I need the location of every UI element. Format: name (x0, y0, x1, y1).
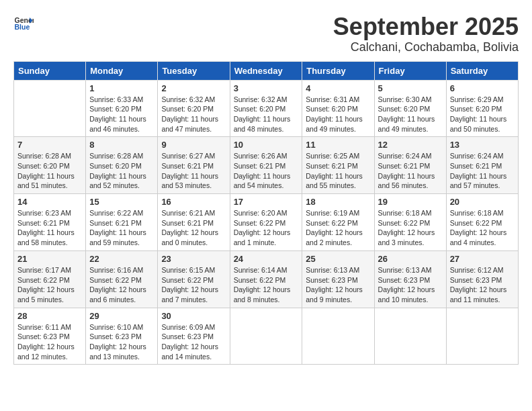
day-info: Sunrise: 6:11 AM Sunset: 6:23 PM Dayligh… (17, 322, 82, 362)
day-number: 20 (450, 197, 515, 207)
calendar-cell: 19Sunrise: 6:18 AM Sunset: 6:22 PM Dayli… (374, 194, 446, 251)
calendar-cell: 29Sunrise: 6:10 AM Sunset: 6:23 PM Dayli… (86, 308, 158, 365)
weekday-header-cell: Friday (374, 61, 446, 80)
day-number: 5 (378, 83, 443, 93)
day-info: Sunrise: 6:12 AM Sunset: 6:23 PM Dayligh… (450, 265, 515, 305)
calendar-week-row: 1Sunrise: 6:33 AM Sunset: 6:20 PM Daylig… (14, 80, 519, 137)
day-info: Sunrise: 6:33 AM Sunset: 6:20 PM Dayligh… (89, 95, 154, 134)
weekday-header-row: SundayMondayTuesdayWednesdayThursdayFrid… (14, 61, 519, 80)
calendar-table: SundayMondayTuesdayWednesdayThursdayFrid… (13, 61, 519, 365)
day-number: 18 (306, 197, 370, 207)
calendar-cell: 11Sunrise: 6:25 AM Sunset: 6:21 PM Dayli… (302, 137, 374, 194)
day-number: 17 (234, 197, 299, 207)
location-subtitle: Calchani, Cochabamba, Bolivia (333, 40, 519, 54)
day-number: 23 (161, 254, 226, 264)
calendar-cell: 2Sunrise: 6:32 AM Sunset: 6:20 PM Daylig… (158, 80, 230, 137)
day-number: 19 (378, 197, 443, 207)
logo-icon: General Blue (13, 13, 34, 34)
calendar-cell: 23Sunrise: 6:15 AM Sunset: 6:22 PM Dayli… (158, 250, 230, 308)
day-number: 11 (306, 140, 370, 150)
calendar-cell: 28Sunrise: 6:11 AM Sunset: 6:23 PM Dayli… (14, 308, 86, 365)
calendar-cell: 10Sunrise: 6:26 AM Sunset: 6:21 PM Dayli… (230, 137, 302, 194)
calendar-week-row: 21Sunrise: 6:17 AM Sunset: 6:22 PM Dayli… (14, 250, 519, 308)
calendar-cell: 5Sunrise: 6:30 AM Sunset: 6:20 PM Daylig… (374, 80, 446, 137)
calendar-body: 1Sunrise: 6:33 AM Sunset: 6:20 PM Daylig… (14, 80, 519, 365)
calendar-cell (302, 308, 374, 365)
day-number: 6 (450, 83, 515, 93)
day-number: 8 (89, 140, 154, 150)
day-number: 21 (17, 254, 82, 264)
day-info: Sunrise: 6:25 AM Sunset: 6:21 PM Dayligh… (306, 151, 370, 191)
day-info: Sunrise: 6:19 AM Sunset: 6:22 PM Dayligh… (306, 208, 370, 248)
calendar-cell: 13Sunrise: 6:24 AM Sunset: 6:21 PM Dayli… (446, 137, 518, 194)
calendar-cell: 20Sunrise: 6:18 AM Sunset: 6:22 PM Dayli… (446, 194, 518, 251)
calendar-cell: 26Sunrise: 6:13 AM Sunset: 6:23 PM Dayli… (374, 250, 446, 308)
day-info: Sunrise: 6:15 AM Sunset: 6:22 PM Dayligh… (161, 265, 226, 305)
day-info: Sunrise: 6:10 AM Sunset: 6:23 PM Dayligh… (89, 322, 154, 362)
calendar-cell: 14Sunrise: 6:23 AM Sunset: 6:21 PM Dayli… (14, 194, 86, 251)
day-number: 28 (17, 311, 82, 321)
calendar-cell (230, 308, 302, 365)
weekday-header-cell: Thursday (302, 61, 374, 80)
calendar-cell: 22Sunrise: 6:16 AM Sunset: 6:22 PM Dayli… (86, 250, 158, 308)
day-number: 3 (234, 83, 299, 93)
calendar-cell: 7Sunrise: 6:28 AM Sunset: 6:20 PM Daylig… (14, 137, 86, 194)
day-info: Sunrise: 6:24 AM Sunset: 6:21 PM Dayligh… (378, 151, 443, 191)
day-info: Sunrise: 6:18 AM Sunset: 6:22 PM Dayligh… (378, 208, 443, 248)
calendar-cell: 25Sunrise: 6:13 AM Sunset: 6:23 PM Dayli… (302, 250, 374, 308)
weekday-header-cell: Wednesday (230, 61, 302, 80)
logo: General Blue (13, 13, 34, 34)
calendar-cell: 17Sunrise: 6:20 AM Sunset: 6:22 PM Dayli… (230, 194, 302, 251)
day-number: 26 (378, 254, 443, 264)
day-number: 4 (306, 83, 370, 93)
day-number: 25 (306, 254, 370, 264)
day-number: 7 (17, 140, 82, 150)
day-number: 2 (161, 83, 226, 93)
calendar-cell: 16Sunrise: 6:21 AM Sunset: 6:21 PM Dayli… (158, 194, 230, 251)
month-title: September 2025 (333, 13, 519, 40)
calendar-cell (374, 308, 446, 365)
calendar-cell: 8Sunrise: 6:28 AM Sunset: 6:20 PM Daylig… (86, 137, 158, 194)
day-info: Sunrise: 6:27 AM Sunset: 6:21 PM Dayligh… (161, 151, 226, 191)
day-info: Sunrise: 6:16 AM Sunset: 6:22 PM Dayligh… (89, 265, 154, 305)
day-info: Sunrise: 6:13 AM Sunset: 6:23 PM Dayligh… (306, 265, 370, 305)
day-info: Sunrise: 6:21 AM Sunset: 6:21 PM Dayligh… (161, 208, 226, 248)
weekday-header-cell: Sunday (14, 61, 86, 80)
calendar-cell: 9Sunrise: 6:27 AM Sunset: 6:21 PM Daylig… (158, 137, 230, 194)
day-number: 12 (378, 140, 443, 150)
day-info: Sunrise: 6:28 AM Sunset: 6:20 PM Dayligh… (89, 151, 154, 191)
calendar-cell: 4Sunrise: 6:31 AM Sunset: 6:20 PM Daylig… (302, 80, 374, 137)
day-info: Sunrise: 6:09 AM Sunset: 6:23 PM Dayligh… (161, 322, 226, 362)
title-block: September 2025 Calchani, Cochabamba, Bol… (333, 13, 519, 54)
day-number: 13 (450, 140, 515, 150)
day-info: Sunrise: 6:32 AM Sunset: 6:20 PM Dayligh… (161, 95, 226, 134)
day-info: Sunrise: 6:23 AM Sunset: 6:21 PM Dayligh… (17, 208, 82, 248)
calendar-cell: 15Sunrise: 6:22 AM Sunset: 6:21 PM Dayli… (86, 194, 158, 251)
day-info: Sunrise: 6:30 AM Sunset: 6:20 PM Dayligh… (378, 95, 443, 134)
day-number: 30 (161, 311, 226, 321)
day-number: 27 (450, 254, 515, 264)
calendar-week-row: 28Sunrise: 6:11 AM Sunset: 6:23 PM Dayli… (14, 308, 519, 365)
day-info: Sunrise: 6:31 AM Sunset: 6:20 PM Dayligh… (306, 95, 370, 134)
page-header: General Blue September 2025 Calchani, Co… (13, 13, 519, 54)
day-info: Sunrise: 6:28 AM Sunset: 6:20 PM Dayligh… (17, 151, 82, 191)
day-info: Sunrise: 6:20 AM Sunset: 6:22 PM Dayligh… (234, 208, 299, 248)
day-info: Sunrise: 6:26 AM Sunset: 6:21 PM Dayligh… (234, 151, 299, 191)
calendar-cell: 1Sunrise: 6:33 AM Sunset: 6:20 PM Daylig… (86, 80, 158, 137)
calendar-cell (14, 80, 86, 137)
day-number: 29 (89, 311, 154, 321)
calendar-cell: 24Sunrise: 6:14 AM Sunset: 6:22 PM Dayli… (230, 250, 302, 308)
calendar-week-row: 14Sunrise: 6:23 AM Sunset: 6:21 PM Dayli… (14, 194, 519, 251)
calendar-cell: 3Sunrise: 6:32 AM Sunset: 6:20 PM Daylig… (230, 80, 302, 137)
day-info: Sunrise: 6:24 AM Sunset: 6:21 PM Dayligh… (450, 151, 515, 191)
day-number: 22 (89, 254, 154, 264)
day-info: Sunrise: 6:17 AM Sunset: 6:22 PM Dayligh… (17, 265, 82, 305)
calendar-cell: 18Sunrise: 6:19 AM Sunset: 6:22 PM Dayli… (302, 194, 374, 251)
day-info: Sunrise: 6:22 AM Sunset: 6:21 PM Dayligh… (89, 208, 154, 248)
day-number: 1 (89, 83, 154, 93)
day-info: Sunrise: 6:13 AM Sunset: 6:23 PM Dayligh… (378, 265, 443, 305)
calendar-cell: 12Sunrise: 6:24 AM Sunset: 6:21 PM Dayli… (374, 137, 446, 194)
calendar-cell: 27Sunrise: 6:12 AM Sunset: 6:23 PM Dayli… (446, 250, 518, 308)
calendar-cell (446, 308, 518, 365)
day-info: Sunrise: 6:18 AM Sunset: 6:22 PM Dayligh… (450, 208, 515, 248)
